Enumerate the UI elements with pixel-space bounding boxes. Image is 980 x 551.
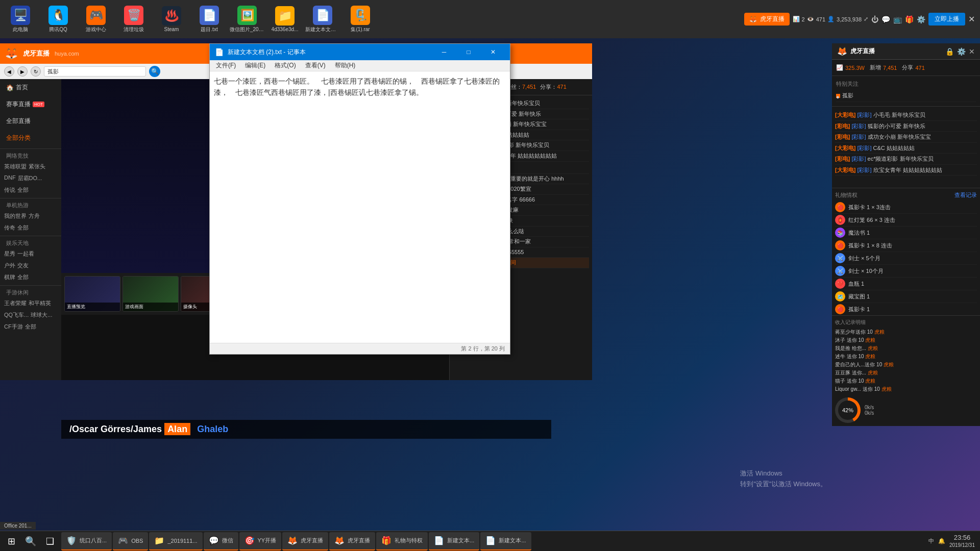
search-btn-tb[interactable]: 🔍 — [21, 532, 40, 550]
sidebar-item-all-categories[interactable]: 全部分类 — [0, 130, 61, 146]
qqracer-label: QQ飞车... — [4, 311, 29, 319]
power-icon[interactable]: ⏻ — [871, 15, 878, 23]
thumb-2[interactable]: 游戏画面 — [122, 276, 179, 312]
taskbar-icon-my-computer[interactable]: 🖥️ 此电脑 — [3, 2, 38, 37]
taskbar-icon-qq[interactable]: 🐧 腾讯QQ — [40, 2, 76, 37]
nav-back-btn[interactable]: ◀ — [4, 66, 14, 77]
thumb-1[interactable]: 直播预览 — [64, 276, 120, 312]
stream-stats-bar: 📈 325.3W 新增 7,451 分享 471 — [832, 60, 980, 76]
sidebar-sub-cfmobile[interactable]: CF手游 全部 — [0, 321, 61, 333]
fans-value: 7,451 — [883, 65, 897, 71]
sidebar-sub-classic[interactable]: 传奇 全部 — [0, 222, 61, 234]
fans-icon: 👤 — [827, 16, 835, 22]
gifts-icon: 🎁 — [381, 536, 391, 545]
taskbar-icon-steam[interactable]: ♨️ Steam — [154, 2, 189, 37]
settings-icon-rp[interactable]: ⚙️ — [957, 47, 966, 56]
nav-forward-btn[interactable]: ▶ — [17, 66, 28, 77]
language-btn[interactable]: 中 — [928, 537, 934, 545]
sidebar-sub-qqracer[interactable]: QQ飞车... 球球大... — [0, 309, 61, 321]
stat-fans: 3,253,938 — [837, 16, 862, 22]
search-btn[interactable]: 🔍 — [149, 66, 160, 77]
menu-file[interactable]: 文件(F) — [212, 60, 240, 71]
progress-area: 42% 0k/s 0k/s — [835, 397, 977, 423]
taskbar-icon-new-doc[interactable]: 📄 新建文本文档 双十一... — [305, 2, 340, 37]
sidebar-item-all-live[interactable]: 全部直播 — [0, 113, 61, 130]
tb-app-unite[interactable]: 🛡️ 统口八百... — [61, 532, 112, 550]
notepad-content-area[interactable]: 七巷一个漆匠，西巷一个锡匠。 七巷漆匠用了西巷锡匠的锡， 西巷锡匠拿了七巷漆匠的… — [210, 71, 510, 343]
sidebar-sub-dnf[interactable]: DNF 层霸DO... — [0, 172, 61, 184]
task-view-btn[interactable]: ❑ — [41, 532, 59, 550]
huya1-label: 虎牙直播 — [301, 537, 323, 544]
view-records-link[interactable]: 查看记录 — [954, 191, 977, 199]
taskbar-icon-cleanup[interactable]: 🗑️ 清理垃圾 — [116, 2, 152, 37]
lock-icon[interactable]: 🔒 — [945, 47, 954, 56]
gift-icon[interactable]: 🎁 — [905, 15, 914, 23]
vgift-7: 猫子 送你 10 虎粮 — [835, 377, 977, 385]
steam-icon: ♨️ — [162, 6, 181, 26]
tb-app-huya2[interactable]: 🦊 虎牙直播 — [329, 532, 375, 550]
notification-icon[interactable]: 🔔 — [938, 538, 945, 544]
gift-text-4: 孤影卡 1 × 8 连击 — [848, 242, 892, 249]
taskbar-icon-rar[interactable]: 🗜️ 集(1).rar — [342, 2, 378, 37]
close-btn[interactable]: ✕ — [481, 44, 505, 60]
gift-row-3: 📚 魔法书 1 — [835, 227, 977, 239]
sidebar-sub-outdoor[interactable]: 户外 交友 — [0, 260, 61, 271]
gift-text-9: 孤影卡 1 — [848, 306, 870, 313]
system-clock[interactable]: 23:56 2019/12/31 — [949, 534, 975, 549]
outdoor-label: 户外 — [4, 262, 15, 269]
tb-app-doc1[interactable]: 📄 新建文本... — [429, 532, 479, 550]
taskbar-icon-game-center[interactable]: 🎮 游戏中心 — [78, 2, 114, 37]
menu-help[interactable]: 帮助(H) — [331, 60, 360, 71]
tb-app-folder[interactable]: 📁 _2019111... — [149, 532, 202, 550]
chat-icon[interactable]: 💬 — [881, 15, 890, 23]
huya-widget[interactable]: 🦊 虎牙直播 — [744, 13, 790, 26]
settings-icon[interactable]: ⚙️ — [917, 15, 925, 23]
taskbar-icon-wechat-img[interactable]: 🖼️ 微信图片_2019111... — [229, 2, 265, 37]
minimize-btn[interactable]: ─ — [432, 44, 456, 60]
speed-up: 0k/s — [865, 405, 874, 410]
new-doc-label: 新建文本文档 双十一... — [305, 26, 340, 33]
tb-app-huya1[interactable]: 🦊 虎牙直播 — [282, 532, 328, 550]
schat-3: [彩电] [彩影] 成功女小崩 新年快乐宝宝 — [835, 132, 977, 143]
tb-app-doc2[interactable]: 📄 新建文本... — [480, 532, 531, 550]
sidebar-sub-lol[interactable]: 英雄联盟 紧张头 — [0, 161, 61, 172]
sidebar-sub-chess[interactable]: 棋牌 全部 — [0, 271, 61, 283]
minecraft-label: 我的世界 — [4, 212, 27, 220]
nav-refresh-btn[interactable]: ↻ — [31, 66, 41, 77]
menu-edit[interactable]: 编辑(E) — [241, 60, 270, 71]
tb-app-gifts[interactable]: 🎁 礼物与特权 — [376, 532, 428, 550]
taskbar-icon-txt[interactable]: 📄 题目.txt — [191, 2, 227, 37]
go-live-button[interactable]: 立即上播 — [928, 13, 965, 26]
maximize-btn[interactable]: □ — [457, 44, 480, 60]
follow-name: 孤影 — [842, 92, 853, 99]
taskbar-icon-folder[interactable]: 📁 4d336e3d... — [267, 2, 303, 37]
tb-app-obs[interactable]: 🎮 OBS — [113, 532, 148, 550]
close-rp-btn[interactable]: ✕ — [969, 47, 975, 56]
huya-logo-sub: huya.com — [55, 51, 79, 57]
address-bar[interactable]: 孤影 — [44, 66, 146, 77]
sidebar-item-home[interactable]: 🏠 首页 — [0, 79, 61, 96]
sidebar-item-esports[interactable]: 赛事直播 HOT — [0, 96, 61, 113]
start-btn[interactable]: ⊞ — [2, 532, 20, 550]
sidebar-sub-minecraft[interactable]: 我的世界 方舟 — [0, 210, 61, 222]
follow-item-guying[interactable]: ● 孤影 — [836, 90, 976, 102]
doc1-label: 新建文本... — [447, 537, 474, 544]
tb-app-wechat[interactable]: 💬 微信 — [204, 532, 238, 550]
close-widget-btn[interactable]: ✕ — [968, 14, 975, 24]
right-panel-logo: 🦊 虎牙直播 — [837, 46, 875, 56]
screen-icon[interactable]: 📺 — [893, 15, 902, 23]
sidebar-sub-wangzhe[interactable]: 王者荣耀 和平精英 — [0, 297, 61, 309]
sidebar-sub-xingxiu[interactable]: 星秀 一起看 — [0, 248, 61, 260]
menu-format[interactable]: 格式(O) — [271, 60, 300, 71]
thumb-1-label: 直播预览 — [65, 303, 120, 311]
stat-new-fans-rp: 新增 7,451 — [870, 64, 897, 71]
income-details-link[interactable]: 收入记录明细 — [835, 319, 977, 326]
esports-label: 赛事直播 — [6, 100, 31, 109]
tb-app-yy[interactable]: 🎯 YY开播 — [239, 532, 282, 550]
sidebar-section-esports: 网络竞技 — [0, 148, 61, 161]
obs-label: OBS — [131, 538, 143, 544]
menu-view[interactable]: 查看(V) — [301, 60, 330, 71]
taskbar-apps: 🛡️ 统口八百... 🎮 OBS 📁 _2019111... 💬 微信 🎯 YY… — [61, 532, 923, 550]
sidebar-sub-legend[interactable]: 传说 全部 — [0, 184, 61, 196]
stat-share: 分享：471 — [540, 83, 566, 91]
